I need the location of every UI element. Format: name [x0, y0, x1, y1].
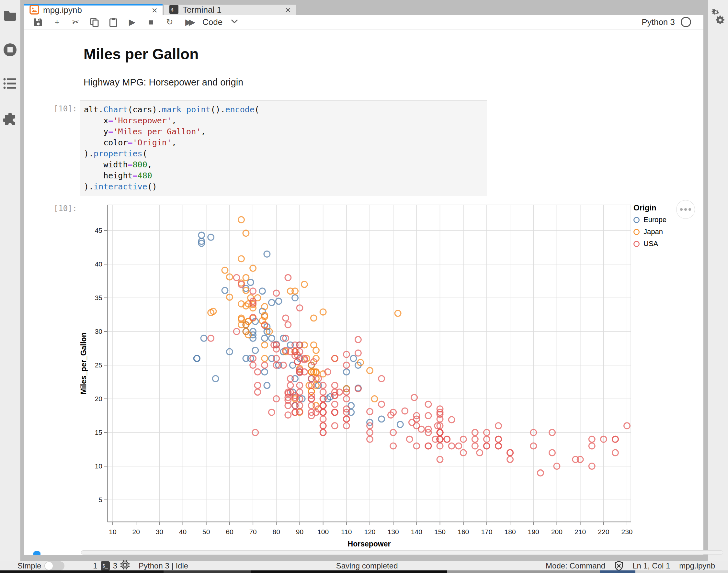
kernel-idle-icon[interactable]: [681, 17, 691, 27]
code-token: mark_point: [162, 105, 211, 114]
x-tick-label: 170: [481, 528, 492, 535]
gears-icon[interactable]: [708, 9, 728, 27]
x-axis-title: Horsepower: [348, 540, 391, 548]
output-prompt: [10]:: [39, 204, 77, 213]
x-tick-label: 220: [598, 528, 609, 535]
right-sidebar: [708, 0, 728, 561]
legend-label: Japan: [643, 227, 663, 236]
scatter-point-europe: [262, 369, 268, 375]
code-line: color='Origin',: [84, 137, 487, 148]
copy-cells-button[interactable]: [85, 17, 104, 27]
running-sessions-icon[interactable]: [0, 43, 20, 58]
insert-cell-button[interactable]: +: [48, 18, 66, 26]
scatter-point-usa: [456, 443, 462, 449]
x-tick-label: 180: [504, 528, 516, 535]
terminal-icon: $_: [169, 5, 179, 15]
tab-terminal-close-icon[interactable]: ×: [285, 5, 291, 15]
tab-notebook[interactable]: mpg.ipynb ×: [24, 4, 162, 15]
code-line: ).interactive(): [84, 181, 487, 192]
legend-symbol-icon: [633, 229, 640, 235]
save-button[interactable]: [29, 17, 48, 27]
tab-terminal-label: Terminal 1: [183, 5, 222, 15]
scatter-point-japan: [238, 256, 244, 262]
scatter-point-europe: [264, 251, 270, 257]
status-bar: Simple 1 $_ 3 Python 3 | Idle Saving com…: [0, 561, 728, 571]
plot-border: [107, 205, 631, 522]
code-token: =: [128, 160, 133, 169]
simple-mode-toggle[interactable]: [44, 561, 64, 570]
restart-run-all-button[interactable]: ▶▶: [179, 18, 198, 26]
legend-label: Europe: [643, 216, 667, 224]
scatter-point-usa: [283, 315, 289, 321]
code-token: height: [84, 171, 133, 180]
trust-shield-icon: [614, 561, 623, 571]
terminals-indicator[interactable]: 1 $_ 3: [93, 560, 130, 571]
scatter-point-usa: [355, 337, 361, 343]
scatter-point-usa: [448, 443, 455, 449]
cut-cells-button[interactable]: ✂: [66, 18, 85, 26]
paste-cells-button[interactable]: [104, 17, 123, 27]
scatter-point-usa: [254, 389, 261, 395]
x-tick-label: 10: [109, 528, 116, 535]
x-tick-label: 30: [156, 528, 163, 535]
tab-notebook-close-icon[interactable]: ×: [152, 5, 157, 15]
extension-manager-icon[interactable]: [0, 113, 20, 128]
cell-type-dropdown[interactable]: Code: [202, 17, 223, 27]
scatter-point-europe: [198, 232, 205, 238]
code-token: (): [147, 182, 157, 191]
code-line: height=480: [84, 170, 487, 181]
tab-terminal[interactable]: $_ Terminal 1 ×: [163, 5, 296, 15]
run-cell-button[interactable]: ▶: [123, 18, 142, 26]
scatter-point-japan: [262, 342, 268, 348]
scatter-chart[interactable]: 1020304050607080901001101201301401501601…: [75, 200, 703, 548]
scatter-point-usa: [355, 350, 361, 356]
active-cell-indicator: [33, 551, 41, 555]
edge-strip-segment: [0, 570, 163, 573]
scatter-point-usa: [425, 443, 431, 449]
markdown-subtitle: Highway MPG: Horsepower and origin: [84, 77, 243, 88]
kernel-status[interactable]: Python 3 | Idle: [139, 561, 188, 570]
x-tick-label: 150: [434, 528, 446, 535]
code-token: 'Miles_per_Gallon': [113, 127, 201, 136]
code-token: interactive: [94, 182, 147, 191]
kernel-name-label[interactable]: Python 3: [641, 17, 675, 27]
table-of-contents-icon[interactable]: [0, 78, 20, 91]
y-tick-label: 35: [95, 294, 102, 301]
code-editor[interactable]: alt.Chart(cars).mark_point().encode( x='…: [80, 100, 487, 196]
legend-title: Origin: [633, 203, 667, 212]
scatter-point-usa: [425, 413, 431, 419]
scatter-point-europe: [222, 288, 228, 294]
legend-symbol-icon: [633, 217, 640, 223]
bottom-edge-strip: [0, 570, 728, 573]
simple-mode-label: Simple: [17, 561, 41, 570]
interrupt-kernel-button[interactable]: ■: [142, 18, 160, 26]
restart-kernel-button[interactable]: ↻: [160, 18, 179, 26]
kernel-count-icon: [120, 560, 130, 571]
legend-entry-usa: USA: [633, 240, 667, 248]
notebook-toolbar: + ✂ ▶ ■ ↻ ▶▶ Code Python 3: [24, 15, 703, 30]
scatter-point-usa: [549, 450, 555, 456]
code-token: x: [84, 116, 108, 125]
scatter-point-usa: [613, 436, 619, 442]
vega-actions-button[interactable]: [676, 200, 695, 219]
y-tick-label: 30: [95, 328, 102, 335]
left-sidebar: [0, 0, 20, 561]
legend-entry-europe: Europe: [633, 216, 667, 224]
scatter-point-usa: [332, 409, 338, 415]
line-col-indicator[interactable]: Ln 1, Col 1: [632, 561, 670, 570]
code-line: ).properties(: [84, 148, 487, 159]
scatter-point-usa: [332, 423, 338, 429]
scatter-point-usa: [538, 470, 544, 476]
notebook-icon: [30, 5, 39, 16]
code-token: (: [254, 105, 259, 114]
code-token: =: [133, 171, 138, 180]
code-line: alt.Chart(cars).mark_point().encode(: [84, 104, 487, 115]
scatter-point-usa: [285, 322, 291, 328]
scatter-point-usa: [234, 274, 240, 281]
chevron-down-icon[interactable]: [231, 19, 238, 25]
horizontal-scrollbar[interactable]: [81, 550, 723, 555]
code-token: ().: [210, 105, 225, 114]
file-browser-icon[interactable]: [0, 10, 20, 22]
edge-strip-segment: [635, 570, 728, 573]
code-line: y='Miles_per_Gallon',: [84, 126, 487, 137]
